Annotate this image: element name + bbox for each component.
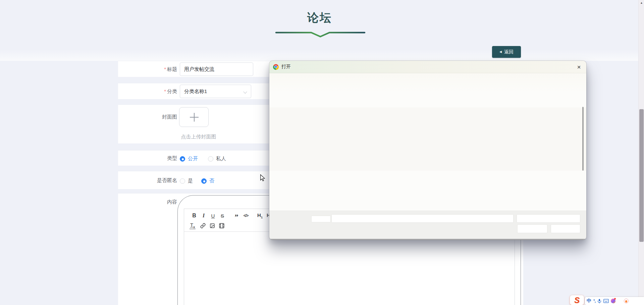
clear-format-button[interactable]: Tx xyxy=(190,222,196,229)
underline-button[interactable]: U xyxy=(208,213,218,219)
page-scrollbar-thumb[interactable] xyxy=(639,109,644,242)
radio-circle xyxy=(180,178,185,184)
cancel-button[interactable] xyxy=(551,224,580,233)
radio-label: 是 xyxy=(188,178,193,184)
cover-upload-box[interactable] xyxy=(179,107,209,127)
radio-label: 公开 xyxy=(188,156,198,162)
link-button[interactable] xyxy=(198,222,208,228)
form-top-glow xyxy=(0,50,644,61)
video-button[interactable] xyxy=(217,222,226,228)
open-button[interactable] xyxy=(517,224,547,233)
ime-chinese-mode-button[interactable]: 中 xyxy=(587,298,591,304)
ime-skin-icon[interactable] xyxy=(611,299,615,303)
category-label: * 分类 xyxy=(118,83,177,99)
close-icon[interactable]: × xyxy=(574,61,584,73)
link-icon xyxy=(200,223,206,228)
ime-logo-button[interactable]: S xyxy=(570,295,584,305)
file-open-dialog: 打开 × xyxy=(269,61,586,240)
category-select[interactable]: 分类名称1 xyxy=(180,85,251,98)
ime-punctuation-button[interactable]: °, xyxy=(593,299,595,303)
image-button[interactable] xyxy=(208,222,217,228)
dialog-titlebar: 打开 × xyxy=(269,61,586,73)
radio-label: 否 xyxy=(209,178,214,184)
cover-upload-hint: 点击上传封面图 xyxy=(178,134,219,140)
radio-anonymous-yes[interactable]: 是 xyxy=(180,178,193,184)
plus-icon xyxy=(194,113,195,122)
back-button[interactable]: ◀ 返回 xyxy=(492,46,521,58)
filename-label-box xyxy=(311,216,331,222)
content-label: 内容 xyxy=(118,199,177,205)
radio-anonymous-no[interactable]: 否 xyxy=(201,178,214,184)
radio-label: 私人 xyxy=(216,156,226,162)
radio-type-public[interactable]: 公开 xyxy=(180,156,198,162)
ime-keyboard-button[interactable] xyxy=(603,299,609,303)
dialog-title: 打开 xyxy=(281,64,291,70)
type-label: 类型 xyxy=(118,150,177,166)
cover-label: 封面图 xyxy=(118,114,177,120)
dialog-bottom-bar xyxy=(269,211,586,239)
dialog-body xyxy=(269,73,586,93)
scroll-up-arrow[interactable]: ▲ xyxy=(639,1,644,5)
image-icon xyxy=(210,223,215,228)
filetype-select[interactable] xyxy=(517,214,580,223)
page-title: 论坛 xyxy=(0,10,639,26)
radio-circle xyxy=(208,156,213,162)
blockquote-button[interactable]: ” xyxy=(232,213,241,219)
bold-button[interactable]: B xyxy=(190,213,199,219)
ime-emoji-icon[interactable] xyxy=(624,299,629,303)
title-input[interactable] xyxy=(180,62,253,76)
code-button[interactable]: </> xyxy=(241,213,251,218)
filename-input[interactable] xyxy=(331,214,514,223)
microphone-icon xyxy=(597,299,601,304)
sogou-logo-icon: S xyxy=(574,296,580,304)
radio-circle xyxy=(201,178,207,184)
editor-content-area[interactable] xyxy=(184,232,515,305)
chevron-down-icon xyxy=(243,90,247,93)
chrome-icon xyxy=(273,64,279,70)
keyboard-icon xyxy=(603,299,609,303)
italic-button[interactable]: I xyxy=(199,213,208,219)
category-selected-value: 分类名称1 xyxy=(184,88,207,95)
back-arrow-icon: ◀ xyxy=(499,50,502,53)
ime-toolbox-icon[interactable] xyxy=(618,299,622,303)
required-mark: * xyxy=(164,89,166,94)
ime-voice-button[interactable] xyxy=(597,299,601,304)
heading1-button[interactable]: H1 xyxy=(255,212,265,219)
dialog-scrollbar-thumb[interactable] xyxy=(582,107,584,171)
title-label: * 标题 xyxy=(118,61,177,77)
title-underline-decoration xyxy=(275,31,366,38)
mouse-cursor xyxy=(259,174,266,182)
required-mark: * xyxy=(164,67,166,72)
ime-toolbar: 中 °, xyxy=(585,297,644,305)
dialog-file-list-area xyxy=(269,107,586,171)
radio-type-private[interactable]: 私人 xyxy=(208,156,226,162)
video-icon xyxy=(219,223,224,228)
radio-circle xyxy=(180,156,185,162)
strikethrough-button[interactable]: S xyxy=(218,213,227,219)
back-button-label: 返回 xyxy=(504,49,514,55)
page-scrollbar[interactable]: ▲ xyxy=(638,0,644,305)
anonymous-label: 是否匿名 xyxy=(118,171,177,189)
